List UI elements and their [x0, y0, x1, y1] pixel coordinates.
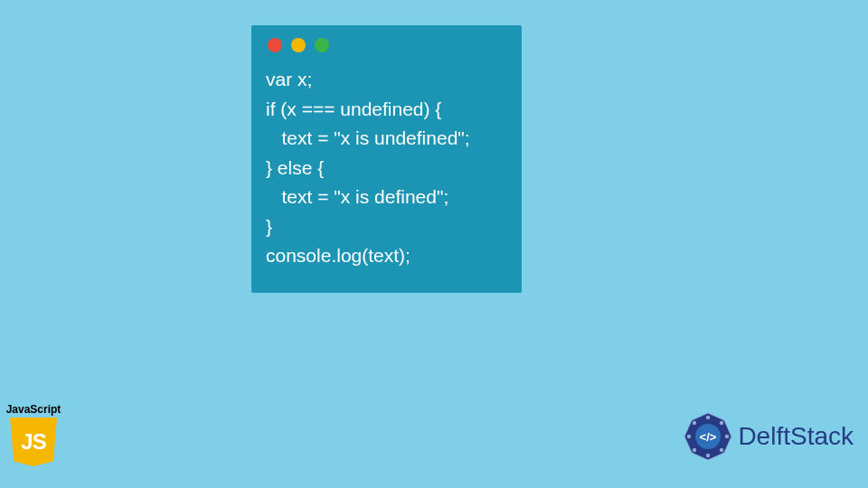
svg-text:</>: </> — [700, 430, 717, 444]
svg-point-9 — [693, 448, 696, 452]
delftstack-logo: </> DelftStack — [684, 412, 854, 461]
svg-point-8 — [706, 454, 710, 457]
delftstack-icon: </> — [684, 412, 732, 461]
maximize-icon — [315, 38, 329, 52]
delftstack-text: DelftStack — [738, 422, 854, 451]
svg-point-6 — [725, 435, 729, 438]
minimize-icon — [291, 38, 306, 52]
code-window: var x; if (x === undefined) { text = "x … — [251, 25, 522, 293]
window-controls — [266, 38, 507, 52]
code-block: var x; if (x === undefined) { text = "x … — [266, 65, 507, 271]
svg-point-5 — [720, 421, 723, 425]
javascript-shield-icon: JS — [10, 418, 57, 466]
svg-point-7 — [720, 448, 723, 452]
javascript-label: JavaScript — [6, 403, 61, 416]
javascript-shield-text: JS — [21, 429, 45, 455]
close-icon — [268, 38, 282, 52]
javascript-badge: JavaScript JS — [5, 403, 61, 466]
svg-point-4 — [706, 416, 710, 419]
svg-point-10 — [687, 435, 691, 438]
svg-point-11 — [693, 421, 696, 425]
